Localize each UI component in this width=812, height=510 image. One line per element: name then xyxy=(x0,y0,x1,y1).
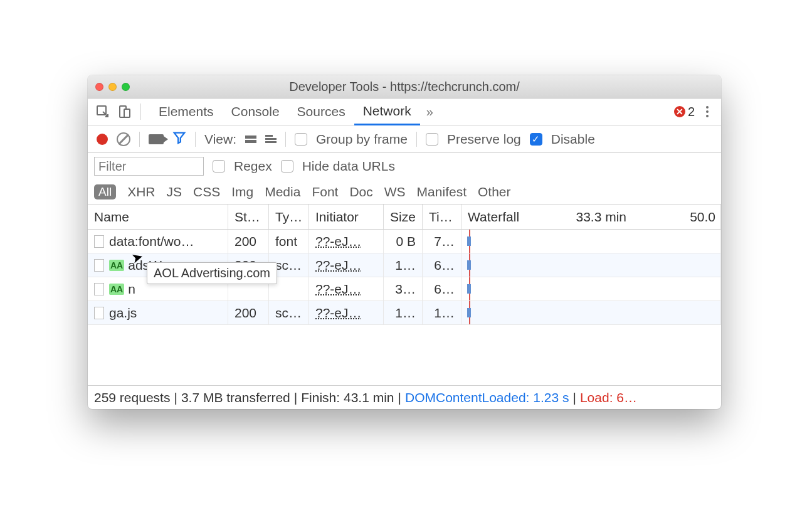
cell-time: 6… xyxy=(423,277,461,300)
cell-name: data:font/wo… xyxy=(88,230,228,253)
file-icon xyxy=(94,307,104,319)
group-by-frame-label: Group by frame xyxy=(316,132,408,147)
svg-rect-2 xyxy=(124,109,130,117)
cell-initiator: ??-eJ… xyxy=(309,230,384,253)
small-rows-icon[interactable] xyxy=(265,135,277,143)
hide-data-urls-label: Hide data URLs xyxy=(302,159,395,174)
status-load: Load: 6… xyxy=(580,390,637,405)
error-count-text: 2 xyxy=(688,105,695,119)
separator xyxy=(139,132,140,147)
cell-time: 7… xyxy=(423,230,461,253)
table-row[interactable]: ga.js 200 sc… ??-eJ… 1… 1… xyxy=(88,301,721,325)
type-all[interactable]: All xyxy=(94,184,116,199)
cell-name: ga.js xyxy=(88,301,228,324)
table-body: data:font/wo… 200 font ??-eJ… 0 B 7… AAa… xyxy=(88,230,721,385)
status-requests: 259 requests xyxy=(94,390,170,405)
status-bar: 259 requests | 3.7 MB transferred | Fini… xyxy=(88,385,721,409)
waterfall-label: Waterfall xyxy=(468,210,519,225)
titlebar: Developer Tools - https://techcrunch.com… xyxy=(88,75,721,98)
type-css[interactable]: CSS xyxy=(193,184,220,199)
window-title: Developer Tools - https://techcrunch.com… xyxy=(88,80,721,94)
filter-bar: Regex Hide data URLs xyxy=(88,153,721,179)
status-transferred: 3.7 MB transferred xyxy=(181,390,290,405)
privacy-badge: AA xyxy=(109,284,124,295)
waterfall-tick-1: 33.3 min xyxy=(576,210,626,225)
cell-waterfall xyxy=(461,277,721,300)
device-toolbar-icon[interactable] xyxy=(117,104,132,119)
col-size[interactable]: Size xyxy=(384,205,423,229)
status-domcontentloaded: DOMContentLoaded: 1.23 s xyxy=(405,390,569,405)
separator xyxy=(416,132,417,147)
record-button[interactable] xyxy=(97,134,108,145)
separator xyxy=(140,104,141,120)
file-icon xyxy=(94,259,104,272)
type-other[interactable]: Other xyxy=(478,184,511,199)
disable-cache-label: Disable xyxy=(551,132,595,147)
cell-waterfall xyxy=(461,301,721,324)
cell-size: 3… xyxy=(384,277,423,300)
cell-time: 1… xyxy=(423,301,461,324)
filter-toggle-icon[interactable] xyxy=(172,130,186,147)
tab-network[interactable]: Network xyxy=(354,99,420,125)
tab-console[interactable]: Console xyxy=(223,98,288,125)
cell-initiator: ??-eJ… xyxy=(309,277,384,300)
type-manifest[interactable]: Manifest xyxy=(417,184,467,199)
col-initiator[interactable]: Initiator xyxy=(309,205,384,229)
cell-initiator: ??-eJ… xyxy=(309,253,384,277)
hide-data-urls-checkbox[interactable] xyxy=(281,160,293,173)
tab-sources[interactable]: Sources xyxy=(288,98,354,125)
tab-elements[interactable]: Elements xyxy=(150,98,223,125)
settings-menu-button[interactable] xyxy=(701,106,714,117)
cell-status: 200 xyxy=(228,301,269,324)
privacy-badge: AA xyxy=(109,260,124,271)
panel-tabs: Elements Console Sources Network » ✕ 2 xyxy=(88,98,721,125)
col-type[interactable]: Ty… xyxy=(269,205,309,229)
cell-type: sc… xyxy=(269,301,309,324)
type-media[interactable]: Media xyxy=(265,184,300,199)
col-waterfall[interactable]: Waterfall 33.3 min 50.0 xyxy=(461,205,721,229)
more-tabs-button[interactable]: » xyxy=(420,105,440,119)
type-img[interactable]: Img xyxy=(231,184,253,199)
col-time[interactable]: Ti… xyxy=(423,205,461,229)
type-ws[interactable]: WS xyxy=(384,184,406,199)
file-icon xyxy=(94,235,104,248)
cell-size: 1… xyxy=(384,253,423,277)
error-count-badge[interactable]: ✕ 2 xyxy=(674,105,695,119)
separator xyxy=(285,132,286,147)
group-by-frame-checkbox[interactable] xyxy=(295,133,307,146)
cell-waterfall xyxy=(461,230,721,253)
preserve-log-checkbox[interactable] xyxy=(426,133,438,146)
regex-checkbox[interactable] xyxy=(213,160,225,173)
type-js[interactable]: JS xyxy=(166,184,182,199)
regex-label: Regex xyxy=(234,159,272,174)
col-name[interactable]: Name xyxy=(88,205,228,229)
file-icon xyxy=(94,283,104,295)
filter-input[interactable] xyxy=(94,157,204,176)
cell-status: 200 xyxy=(228,230,269,253)
capture-screenshots-icon[interactable] xyxy=(149,134,164,144)
cell-type: font xyxy=(269,230,309,253)
type-filter-row: All XHR JS CSS Img Media Font Doc WS Man… xyxy=(88,179,721,205)
type-xhr[interactable]: XHR xyxy=(127,184,155,199)
large-rows-icon[interactable] xyxy=(245,135,256,143)
table-row[interactable]: data:font/wo… 200 font ??-eJ… 0 B 7… xyxy=(88,230,721,253)
col-status[interactable]: St… xyxy=(228,205,269,229)
cell-time: 6… xyxy=(423,253,461,277)
type-doc[interactable]: Doc xyxy=(349,184,372,199)
table-header: Name St… Ty… Initiator Size Ti… Waterfal… xyxy=(88,205,721,230)
status-finish: Finish: 43.1 min xyxy=(301,390,394,405)
waterfall-tick-2: 50.0 xyxy=(690,210,715,225)
clear-button[interactable] xyxy=(117,132,130,146)
error-icon: ✕ xyxy=(674,106,685,117)
devtools-window: Developer Tools - https://techcrunch.com… xyxy=(88,75,721,409)
disable-cache-checkbox[interactable]: ✓ xyxy=(530,133,542,146)
view-label: View: xyxy=(204,132,236,147)
inspect-element-icon[interactable] xyxy=(95,104,110,119)
cell-waterfall xyxy=(461,253,721,277)
type-font[interactable]: Font xyxy=(312,184,338,199)
tooltip: AOL Advertising.com xyxy=(147,262,277,284)
preserve-log-label: Preserve log xyxy=(447,132,521,147)
cell-size: 0 B xyxy=(384,230,423,253)
cell-size: 1… xyxy=(384,301,423,324)
separator xyxy=(195,132,196,147)
